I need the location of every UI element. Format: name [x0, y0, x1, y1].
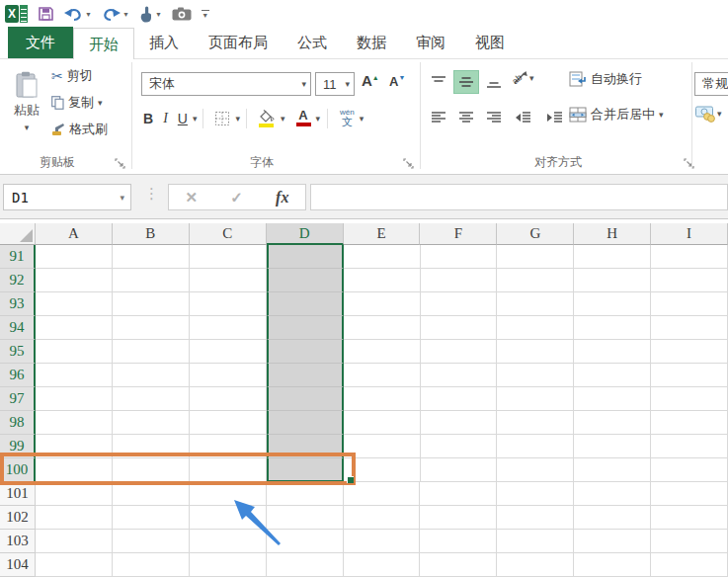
cell-F93[interactable] — [421, 292, 498, 316]
cell-G94[interactable] — [497, 316, 574, 340]
cell-G104[interactable] — [497, 553, 574, 577]
undo-button[interactable]: ▼ — [64, 7, 92, 22]
cell-E99[interactable] — [344, 435, 421, 458]
cell-F100[interactable] — [421, 458, 498, 482]
font-size-combo[interactable]: 11 ▾ — [315, 72, 355, 96]
cell-D101[interactable] — [267, 482, 344, 506]
column-header-G[interactable]: G — [497, 223, 574, 245]
cell-H101[interactable] — [574, 482, 651, 506]
cell-D95[interactable] — [267, 340, 344, 364]
fill-handle[interactable] — [347, 476, 354, 483]
cell-I92[interactable] — [651, 269, 728, 292]
cell-E102[interactable] — [344, 506, 421, 530]
cell-A93[interactable] — [36, 292, 113, 316]
align-bottom-button[interactable] — [481, 70, 507, 94]
cell-C94[interactable] — [190, 316, 267, 340]
copy-button[interactable]: 复制 ▾ — [51, 94, 108, 112]
cell-H92[interactable] — [574, 269, 651, 292]
cell-G97[interactable] — [497, 387, 574, 411]
cell-C103[interactable] — [190, 530, 267, 553]
cell-H94[interactable] — [574, 316, 651, 340]
borders-button[interactable] — [209, 109, 235, 128]
tab-插入[interactable]: 插入 — [134, 27, 194, 58]
cell-D104[interactable] — [267, 553, 344, 577]
cell-F102[interactable] — [420, 506, 497, 530]
column-header-E[interactable]: E — [344, 223, 421, 245]
cell-F104[interactable] — [420, 553, 497, 577]
cell-G93[interactable] — [497, 292, 574, 316]
wrap-text-button[interactable]: 自动换行 — [569, 70, 642, 88]
cell-I93[interactable] — [651, 292, 728, 316]
cell-E92[interactable] — [344, 269, 421, 292]
cell-F97[interactable] — [421, 387, 498, 411]
row-header-100[interactable]: 100 — [0, 458, 36, 482]
row-header-101[interactable]: 101 — [0, 482, 36, 506]
increase-indent-button[interactable] — [541, 106, 567, 129]
row-header-93[interactable]: 93 — [0, 292, 36, 316]
formula-input[interactable] — [310, 184, 728, 210]
decrease-font-button[interactable]: A▼ — [389, 72, 405, 89]
cell-C102[interactable] — [190, 506, 267, 530]
cell-C97[interactable] — [190, 387, 267, 411]
row-header-94[interactable]: 94 — [0, 316, 36, 340]
underline-dropdown[interactable]: ▾ — [193, 114, 198, 124]
row-header-92[interactable]: 92 — [0, 269, 36, 292]
cell-F91[interactable] — [421, 245, 498, 269]
tab-审阅[interactable]: 审阅 — [401, 27, 460, 58]
increase-font-button[interactable]: A▲ — [362, 72, 379, 89]
cell-A96[interactable] — [36, 364, 113, 387]
column-header-D[interactable]: D — [267, 223, 344, 245]
cell-C104[interactable] — [190, 553, 267, 577]
cell-G95[interactable] — [497, 340, 574, 364]
cell-F96[interactable] — [421, 364, 498, 387]
cell-B96[interactable] — [113, 364, 190, 387]
font-color-dropdown[interactable]: ▾ — [316, 114, 321, 124]
cell-G102[interactable] — [497, 506, 574, 530]
name-box-dropdown[interactable]: ▾ — [120, 193, 130, 203]
underline-button[interactable]: U — [173, 109, 193, 128]
cell-E98[interactable] — [344, 411, 421, 435]
cell-I94[interactable] — [651, 316, 728, 340]
cell-G96[interactable] — [497, 364, 574, 387]
customize-qat-button[interactable]: ▼ — [202, 10, 209, 19]
font-name-dropdown[interactable]: ▾ — [301, 79, 306, 89]
cell-H103[interactable] — [574, 530, 651, 553]
cell-A95[interactable] — [36, 340, 113, 364]
redo-dropdown[interactable]: ▼ — [122, 11, 129, 18]
cell-H97[interactable] — [574, 387, 651, 411]
enter-icon[interactable]: ✓ — [230, 189, 243, 206]
cell-D102[interactable] — [267, 506, 344, 530]
cell-F99[interactable] — [421, 435, 498, 458]
orientation-button[interactable]: ab ▾ — [512, 70, 534, 86]
merge-center-button[interactable]: 合并后居中 ▾ — [569, 106, 664, 124]
cell-A99[interactable] — [36, 435, 113, 458]
cell-D99[interactable] — [267, 435, 344, 458]
cell-D91[interactable] — [267, 245, 344, 269]
cell-H99[interactable] — [574, 435, 651, 458]
insert-function-icon[interactable]: fx — [276, 189, 288, 206]
cell-C100[interactable] — [190, 458, 267, 482]
cell-A104[interactable] — [36, 553, 113, 577]
format-painter-button[interactable]: 格式刷 — [51, 121, 108, 138]
cell-E91[interactable] — [344, 245, 421, 269]
column-header-F[interactable]: F — [420, 223, 497, 245]
cell-B92[interactable] — [113, 269, 190, 292]
cell-F98[interactable] — [421, 411, 498, 435]
cell-H104[interactable] — [574, 553, 651, 577]
copy-dropdown[interactable]: ▾ — [98, 98, 103, 108]
align-center-button[interactable] — [453, 106, 479, 129]
cell-B104[interactable] — [113, 553, 190, 577]
merge-center-dropdown[interactable]: ▾ — [659, 110, 664, 120]
row-header-99[interactable]: 99 — [0, 435, 36, 458]
cell-A91[interactable] — [36, 245, 113, 269]
accounting-format-dropdown[interactable]: ▾ — [717, 109, 722, 119]
font-dialog-launcher[interactable] — [403, 158, 414, 169]
cell-C101[interactable] — [190, 482, 267, 506]
cell-D92[interactable] — [267, 269, 344, 292]
column-header-H[interactable]: H — [574, 223, 651, 245]
cell-C98[interactable] — [190, 411, 267, 435]
column-header-C[interactable]: C — [190, 223, 267, 245]
cell-B100[interactable] — [113, 458, 190, 482]
cell-A97[interactable] — [36, 387, 113, 411]
row-header-98[interactable]: 98 — [0, 411, 36, 435]
